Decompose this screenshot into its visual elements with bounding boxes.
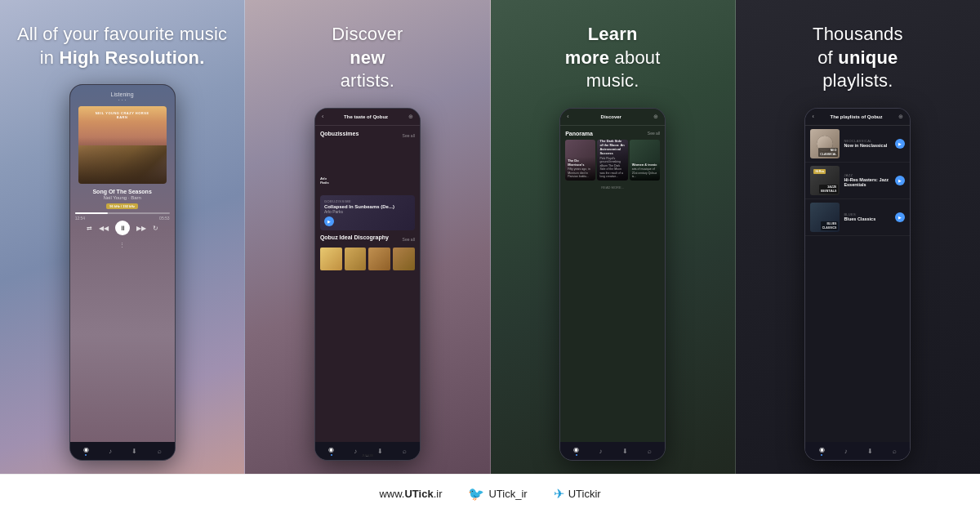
screen-content-2: Qobuzissimes See all Arlo Parks — [315, 126, 420, 442]
disco-1 — [320, 248, 342, 270]
section-qobuzissimes: Qobuzissimes — [320, 131, 359, 136]
time-elapsed: 12:54 — [75, 216, 86, 221]
article-card-3: Women & tronic arts of musique of 21st c… — [630, 140, 660, 181]
progress-fill — [75, 212, 109, 214]
learn-screen: ‹ Discover ⊕ Panorama See all The Do — [560, 109, 665, 460]
back-button-4[interactable]: ‹ — [812, 114, 813, 119]
footer: www.UTick.ir 🐦 UTick_ir ✈ UTickir — [0, 474, 980, 513]
phone-screen-3: ‹ Discover ⊕ Panorama See all The Do — [560, 109, 665, 460]
see-all-1[interactable]: See all — [403, 133, 415, 138]
playlist-thumb-label-3: BLUESCLASSICS — [821, 221, 839, 230]
article-text-2: Pink Floyd's ground-breaking album The D… — [599, 157, 625, 179]
play-pause-button[interactable]: ⏸ — [115, 221, 130, 235]
screen-header-4: ‹ The playlists of Qobuz ⊕ — [805, 109, 910, 126]
disco-row — [320, 248, 415, 270]
big-artist-meta: Arlo Parks — [324, 209, 411, 214]
nav-search-4[interactable]: ⌕ — [893, 448, 897, 455]
footer-telegram: ✈ UTickir — [554, 486, 601, 502]
playlist-play-3[interactable]: ▶ — [895, 212, 905, 222]
phone-mockup-3: ‹ Discover ⊕ Panorama See all The Do — [559, 108, 666, 461]
article-title-2: The Dark Side of the Moon: An Astronomic… — [599, 140, 625, 156]
panel-3-headline: Learnmore aboutmusic. — [565, 23, 661, 93]
song-title: Song Of The Seasons — [92, 189, 151, 194]
article-overlay-1: The Do Morrison's Fifty years ago, in Mo… — [565, 157, 595, 181]
nav-offline-3[interactable]: ⬇ — [622, 448, 628, 455]
screen-title-2: The taste of Qobuz — [344, 114, 388, 119]
telegram-icon: ✈ — [554, 486, 564, 502]
nav-search[interactable]: ⌕ — [158, 448, 162, 455]
phone-screen-1: Listening · · · NEIL YOUNG CRAZY HORSE B… — [70, 85, 175, 442]
disco-2 — [345, 248, 367, 270]
back-button-2[interactable]: ‹ — [322, 114, 323, 119]
nav-offline-4[interactable]: ⬇ — [867, 448, 873, 455]
phone-mockup-1: Listening · · · NEIL YOUNG CRAZY HORSE B… — [69, 84, 176, 461]
next-button[interactable]: ▶▶ — [136, 225, 146, 232]
playlist-play-2[interactable]: ▶ — [895, 176, 905, 185]
screen-title-3: Discover — [601, 114, 621, 119]
article-card-2: The Dark Side of the Moon: An Astronomic… — [597, 140, 627, 181]
playlist-thumb-3: BLUESCLASSICS — [810, 203, 840, 232]
back-button-3[interactable]: ‹ — [567, 114, 568, 119]
footer-twitter: 🐦 UTick_ir — [468, 486, 527, 502]
listening-label: Listening — [111, 91, 134, 97]
playlist-info-1: NEOCLASSICAL Now in Neoclassical — [844, 139, 891, 148]
nav-discover-4[interactable]: ◉ — [819, 446, 825, 456]
phone-mockup-4: ‹ The playlists of Qobuz ⊕ — [804, 108, 911, 461]
quality-badge: 96 kHz / 192 kHz — [106, 203, 138, 209]
disco-4 — [393, 248, 415, 270]
discover-screen: ‹ The taste of Qobuz ⊕ Qobuzissimes See … — [315, 109, 420, 460]
playlist-title-2: Hi-Res Masters: Jazz Essentials — [844, 177, 891, 187]
qobuz-icon-4: ⊕ — [898, 114, 903, 120]
qobuz-icon-3: ⊕ — [653, 114, 658, 120]
discography-section: Qobuz Ideal Discography See all — [320, 234, 415, 270]
playlists-screen: ‹ The playlists of Qobuz ⊕ — [805, 109, 910, 460]
article-overlay-2: The Dark Side of the Moon: An Astronomic… — [597, 140, 627, 181]
articles-grid: The Do Morrison's Fifty years ago, in Mo… — [565, 140, 660, 181]
playlist-info-2: JAZZ Hi-Res Masters: Jazz Essentials — [844, 173, 891, 187]
nav-discover-3[interactable]: ◉ — [573, 446, 579, 456]
repeat-button[interactable]: ↻ — [153, 225, 158, 232]
panel-4-headline: Thousandsof uniqueplaylists. — [813, 23, 903, 93]
article-card-1: The Do Morrison's Fifty years ago, in Mo… — [565, 140, 595, 181]
player-screen: Listening · · · NEIL YOUNG CRAZY HORSE B… — [70, 85, 175, 442]
artist-grid: Arlo Parks JULIUS ... — [320, 144, 415, 189]
panel-1-headline: All of your favourite musicin High Resol… — [17, 23, 227, 69]
playlist-thumb-label-2: 3AZZESSENTIALS — [819, 185, 839, 193]
see-all-2[interactable]: See all — [403, 237, 415, 242]
article-title-3: Women & tronic — [632, 163, 657, 167]
nav-library[interactable]: ♪ — [109, 448, 112, 455]
nav-search-3[interactable]: ⌕ — [648, 448, 652, 455]
shuffle-button[interactable]: ⇄ — [87, 225, 92, 232]
twitter-icon: 🐦 — [468, 486, 484, 502]
big-artist-card: GOBUZISSIME Collapsed In Sunbeams (De...… — [320, 195, 415, 230]
progress-bar[interactable] — [75, 212, 170, 214]
nav-library-4[interactable]: ♪ — [844, 448, 848, 455]
panel-2-headline: Discovernewartists. — [332, 23, 403, 93]
section-row-disco: Qobuz Ideal Discography See all — [320, 234, 415, 244]
panel-learn-more: Learnmore aboutmusic. ‹ Discover ⊕ Panor… — [491, 0, 736, 474]
playlist-item-3: BLUESCLASSICS BLUES Blues Classics ▶ — [805, 199, 910, 236]
section-row-panorama: Panorama See all — [565, 131, 660, 136]
playlist-play-1[interactable]: ▶ — [895, 139, 905, 149]
playlists-list: NEOCLASSICAL NEOCLASSICAL Now in Neoclas… — [805, 126, 910, 442]
play-button-artist[interactable]: ▶ — [324, 216, 334, 226]
album-band-text: NEIL YOUNG CRAZY HORSE BARN — [83, 111, 162, 119]
see-all-3[interactable]: See all — [648, 131, 660, 136]
playlist-info-3: BLUES Blues Classics — [844, 212, 891, 221]
prev-button[interactable]: ◀◀ — [99, 225, 109, 232]
read-more-label: READ MORE... — [565, 185, 660, 190]
big-artist-subtitle: GOBUZISSIME — [324, 199, 411, 203]
screen-title-4: The playlists of Qobuz — [831, 114, 883, 119]
panorama-label: Panorama — [565, 131, 593, 136]
article-text-1: Fifty years ago, in Morrison died in Par… — [568, 167, 593, 179]
telegram-handle: UTickir — [568, 488, 601, 500]
phone-mockup-2: ‹ The taste of Qobuz ⊕ Qobuzissimes See … — [314, 108, 421, 461]
playlist-thumb-1: NEOCLASSICAL — [810, 129, 840, 158]
footer-url-text: www.UTick.ir — [379, 488, 442, 500]
nav-discover[interactable]: ◉ — [83, 446, 89, 456]
playlist-title-1: Now in Neoclassical — [844, 143, 891, 148]
screen-header-2: ‹ The taste of Qobuz ⊕ — [315, 109, 420, 126]
nav-offline[interactable]: ⬇ — [131, 448, 137, 455]
more-button[interactable]: ⋮ — [119, 242, 125, 248]
nav-library-3[interactable]: ♪ — [599, 448, 603, 455]
